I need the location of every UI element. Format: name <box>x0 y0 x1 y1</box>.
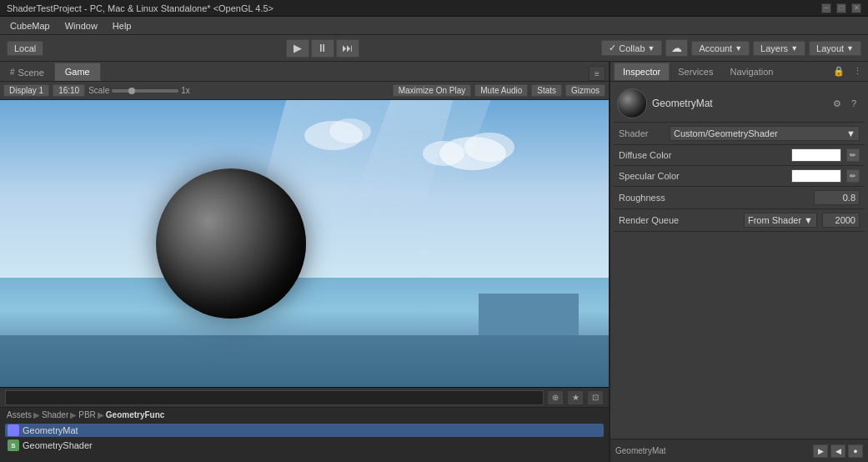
specular-color-label: Specular Color <box>619 171 786 181</box>
breadcrumb-current: GeometryFunc <box>106 410 165 419</box>
asset-item-geometrymat[interactable]: GeometryMat <box>5 424 604 437</box>
asset-shader-icon: S <box>8 439 19 451</box>
inspector-more-button[interactable]: ⋮ <box>850 64 865 79</box>
asset-shader-label: GeometryShader <box>23 440 93 450</box>
cloud-1 <box>423 128 548 178</box>
layout-button[interactable]: Layout ▼ <box>809 41 861 56</box>
inspector-dot-button[interactable]: ● <box>848 444 863 458</box>
stats-button[interactable]: Stats <box>531 84 562 97</box>
menu-window[interactable]: Window <box>58 19 104 33</box>
account-button[interactable]: Account ▼ <box>691 41 750 56</box>
ground-platform <box>479 294 579 335</box>
mute-audio-button[interactable]: Mute Audio <box>474 84 528 97</box>
layers-dropdown-arrow: ▼ <box>790 44 798 53</box>
menu-bar: CubeMap Window Help <box>0 17 868 35</box>
material-header-icons: ⚙ ? <box>830 96 861 111</box>
layers-label: Layers <box>760 43 788 53</box>
toolbar-right: ✓ Collab ▼ ☁ Account ▼ Layers ▼ Layout ▼ <box>601 39 861 57</box>
account-dropdown-arrow: ▼ <box>735 44 742 53</box>
view-tab-bar: # Scene Game ≡ <box>0 62 609 82</box>
scale-value: 1x <box>181 86 190 95</box>
render-queue-row: Render Queue From Shader ▼ 2000 <box>614 209 865 232</box>
material-help-button[interactable]: ? <box>846 96 861 111</box>
game-toolbar: Display 1 16:10 Scale 1x Maximize On Pla… <box>0 82 609 100</box>
inspector-icon-group: 🔒 ⋮ <box>831 64 865 79</box>
layers-button[interactable]: Layers ▼ <box>753 41 805 56</box>
window-controls: ─ □ ✕ <box>821 3 861 13</box>
scene-tab[interactable]: # Scene <box>0 63 54 81</box>
material-header: GeometryMat ⚙ ? <box>614 85 865 123</box>
dark-ground <box>0 335 609 387</box>
breadcrumb-pbr[interactable]: PBR <box>78 410 96 419</box>
minimize-button[interactable]: ─ <box>821 3 831 13</box>
asset-search-input[interactable] <box>5 390 544 405</box>
render-queue-label: Render Queue <box>619 215 739 225</box>
scale-slider-thumb <box>128 88 135 94</box>
window-title: ShaderTestProject - PC, Mac & Linux Stan… <box>7 3 273 13</box>
roughness-value[interactable]: 0.8 <box>814 190 860 205</box>
inspector-bottom-buttons: ▶ ◀ ● <box>813 444 863 458</box>
diffuse-color-swatch[interactable] <box>791 148 841 162</box>
scene-tab-label: Scene <box>18 68 44 78</box>
step-button[interactable]: ⏭ <box>336 39 359 58</box>
render-queue-dropdown[interactable]: From Shader ▼ <box>744 213 817 228</box>
material-settings-button[interactable]: ⚙ <box>830 96 845 111</box>
asset-mat-icon <box>8 424 19 436</box>
layout-dropdown-arrow: ▼ <box>846 44 854 53</box>
game-tab[interactable]: Game <box>54 63 101 81</box>
asset-folder-button[interactable]: ⊕ <box>547 390 564 405</box>
sphere-container <box>156 168 306 319</box>
inspector-content: GeometryMat ⚙ ? Shader Custom/GeometrySh… <box>610 82 868 439</box>
asset-lock-button[interactable]: ⊡ <box>587 390 604 405</box>
close-button[interactable]: ✕ <box>851 3 861 13</box>
game-tab-label: Game <box>65 67 90 77</box>
services-tab[interactable]: Services <box>670 63 721 81</box>
play-button[interactable]: ▶ <box>286 39 309 58</box>
scale-slider[interactable] <box>112 89 178 93</box>
menu-help[interactable]: Help <box>106 19 138 33</box>
cloud-button[interactable]: ☁ <box>665 39 688 57</box>
maximize-on-play-button[interactable]: Maximize On Play <box>393 84 472 97</box>
cloud-2 <box>296 114 396 156</box>
ratio-button[interactable]: 16:10 <box>53 84 85 97</box>
inspector-tab[interactable]: Inspector <box>614 63 670 81</box>
asset-star-button[interactable]: ★ <box>567 390 584 405</box>
specular-color-edit-button[interactable]: ✏ <box>846 169 860 183</box>
scale-label: Scale <box>88 86 109 95</box>
inspector-bottom-label: GeometryMat <box>615 446 666 455</box>
display-button[interactable]: Display 1 <box>3 84 49 97</box>
shader-dropdown[interactable]: Custom/GeometryShader ▼ <box>670 126 860 141</box>
inspector-play-button[interactable]: ▶ <box>813 444 828 458</box>
menu-cubemap[interactable]: CubeMap <box>3 19 57 33</box>
specular-color-swatch[interactable] <box>791 169 841 183</box>
shader-dropdown-arrow: ▼ <box>846 128 855 138</box>
asset-list: GeometryMat S GeometryShader <box>0 422 609 462</box>
local-button[interactable]: Local <box>7 41 43 56</box>
breadcrumb-sep-1: ▶ <box>33 410 40 419</box>
gizmos-button[interactable]: Gizmos <box>565 84 605 97</box>
render-queue-from-shader: From Shader <box>748 215 801 225</box>
breadcrumb-assets[interactable]: Assets <box>7 410 32 419</box>
inspector-lock-button[interactable]: 🔒 <box>831 64 846 79</box>
diffuse-color-edit-button[interactable]: ✏ <box>846 148 860 162</box>
maximize-button[interactable]: □ <box>836 3 846 13</box>
panel-options-button[interactable]: ≡ <box>589 66 605 81</box>
render-queue-numeric[interactable]: 2000 <box>822 213 860 228</box>
inspector-prev-button[interactable]: ◀ <box>830 444 845 458</box>
diffuse-color-label: Diffuse Color <box>619 150 786 160</box>
collab-button[interactable]: ✓ Collab ▼ <box>601 40 662 56</box>
navigation-tab[interactable]: Navigation <box>721 63 781 81</box>
inspector-panel: Inspector Services Navigation 🔒 ⋮ Geomet… <box>610 62 868 462</box>
shader-row: Shader Custom/GeometryShader ▼ <box>614 123 865 145</box>
title-bar: ShaderTestProject - PC, Mac & Linux Stan… <box>0 0 868 17</box>
sphere-object <box>156 168 306 319</box>
toolbar-center: ▶ ⏸ ⏭ <box>47 39 598 58</box>
collab-label: Collab <box>619 43 645 53</box>
specular-color-row: Specular Color ✏ <box>614 166 865 187</box>
pause-button[interactable]: ⏸ <box>311 39 334 58</box>
breadcrumb-sep-2: ▶ <box>70 410 77 419</box>
shader-label: Shader <box>619 128 665 138</box>
scale-container: Scale 1x <box>88 86 389 95</box>
breadcrumb-shader[interactable]: Shader <box>42 410 68 419</box>
asset-item-geometryshader[interactable]: S GeometryShader <box>5 439 604 452</box>
